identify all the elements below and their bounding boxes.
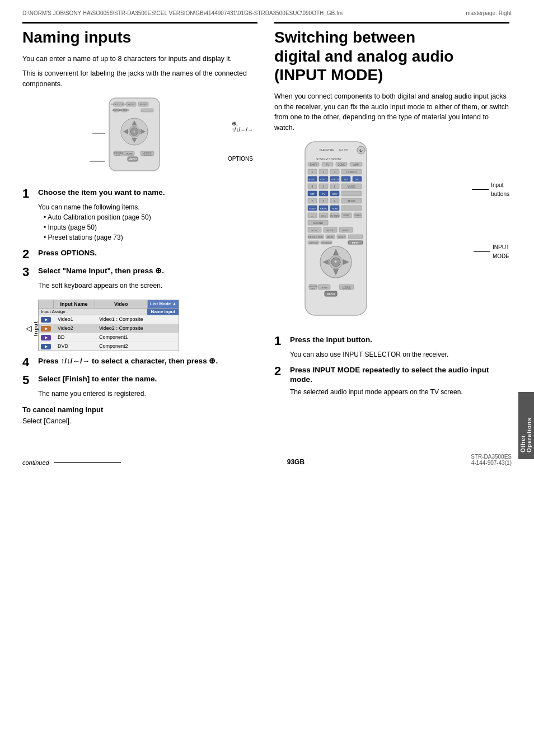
step-4: 4 Press ↑/↓/←/→ to select a character, t… bbox=[22, 356, 257, 368]
right-column: Switching between digital and analog aud… bbox=[274, 22, 509, 431]
right-step-1-number: 1 bbox=[274, 335, 285, 347]
input-indicator: ◁ Input bbox=[26, 321, 39, 336]
svg-text:2: 2 bbox=[323, 170, 325, 174]
svg-text:MULTI: MULTI bbox=[348, 200, 355, 203]
screen-video-3: Component1 bbox=[95, 333, 147, 342]
step-1-number: 1 bbox=[22, 188, 34, 200]
svg-text:SLEEP: SLEEP bbox=[338, 236, 345, 239]
svg-text:MUSIC: MUSIC bbox=[343, 229, 350, 232]
page-number: 93GB bbox=[287, 458, 305, 466]
step-1-bullets: Auto Calibration position (page 50) Inpu… bbox=[38, 212, 257, 242]
cancel-sub-heading: To cancel naming input bbox=[22, 405, 257, 414]
svg-text:RADIO: RADIO bbox=[320, 207, 327, 210]
side-tab: Other Operations bbox=[518, 392, 534, 459]
svg-rect-75 bbox=[341, 191, 362, 196]
step-4-header: 4 Press ↑/↓/←/→ to select a character, t… bbox=[22, 356, 257, 368]
svg-text:MUSIC: MUSIC bbox=[348, 185, 356, 188]
svg-text:TV: TV bbox=[326, 164, 329, 166]
svg-text:8: 8 bbox=[323, 199, 325, 203]
svg-text:GUI MODE: GUI MODE bbox=[321, 242, 331, 244]
svg-text:+HOME: +HOME bbox=[125, 152, 133, 155]
svg-text:3: 3 bbox=[334, 170, 336, 174]
svg-text:0/10: 0/10 bbox=[321, 214, 326, 217]
cancel-text: Select [Cancel]. bbox=[22, 416, 257, 427]
right-section-title: Switching between digital and analog aud… bbox=[274, 22, 509, 85]
screen-row-1: ▶ Video1 Video1 : Composite bbox=[39, 315, 179, 324]
svg-text:+HOME: +HOME bbox=[321, 287, 328, 289]
svg-text:6: 6 bbox=[334, 185, 336, 188]
annotation-circle-plus: ⊕, ↑/↓/←/→ bbox=[232, 120, 253, 133]
screen-name-2: Video2 bbox=[53, 324, 95, 333]
screen-video-4: Component2 bbox=[95, 342, 147, 351]
screen-icon-2: ▶ bbox=[39, 324, 54, 333]
step-2-number: 2 bbox=[22, 248, 34, 260]
screen-empty-2 bbox=[147, 324, 179, 333]
svg-text:+DISPLAY: +DISPLAY bbox=[309, 242, 318, 244]
svg-text:SHIFT: SHIFT bbox=[310, 164, 317, 166]
svg-text:INPUT: INPUT bbox=[352, 241, 359, 244]
annotation-options: OPTIONS bbox=[228, 156, 253, 162]
right-step-1: 1 Press the input button. You can also u… bbox=[274, 335, 509, 360]
right-step-2-body: The selected audio input mode appears on… bbox=[290, 387, 509, 397]
step-3-body: The soft keyboard appears on the screen. bbox=[38, 281, 257, 291]
svg-text:1: 1 bbox=[312, 170, 313, 174]
svg-text:ENTMEM: ENTMEM bbox=[330, 214, 339, 217]
footer: continued 93GB STR-DA3500ES 4-144-907-43… bbox=[0, 442, 534, 477]
svg-text:GUI MODE: GUI MODE bbox=[119, 109, 129, 111]
screen-row-3: ▶ BD Component1 bbox=[39, 333, 179, 342]
svg-text:AV I/O: AV I/O bbox=[339, 148, 349, 152]
remote-left-svg: RESOLUTION MODE SLEEP +DISPLAY GUI MODE bbox=[92, 95, 188, 182]
svg-text:MENU: MENU bbox=[129, 157, 137, 161]
svg-text:BD: BD bbox=[344, 178, 348, 181]
screen-icon-3: ▶ bbox=[39, 333, 54, 342]
screen-name-3: BD bbox=[53, 333, 95, 342]
svg-rect-90 bbox=[341, 206, 362, 211]
screen-video-2: Video2 : Composite bbox=[95, 324, 147, 333]
svg-text:MDV: MDV bbox=[332, 193, 338, 195]
step-1-body: You can name the following items. Auto C… bbox=[38, 202, 257, 242]
svg-text:4: 4 bbox=[312, 185, 313, 188]
screen-col-empty bbox=[39, 300, 54, 308]
header-left: D:\NORM'S JOB\SONY HA\SO0056\STR-DA3500E… bbox=[22, 10, 343, 16]
step-2-header: 2 Press OPTIONS. bbox=[22, 248, 257, 260]
model-name: STR-DA3500ES bbox=[471, 454, 512, 460]
right-step-1-title: Press the input button. bbox=[290, 335, 372, 345]
step-3: 3 Select "Name Input", then press ⊕. The… bbox=[22, 266, 257, 291]
screen-col-video: Video bbox=[95, 300, 147, 308]
part-number: 4-144-907-43(1) bbox=[471, 460, 512, 466]
screen-col-name: Input Name bbox=[53, 300, 95, 308]
left-intro-1: You can enter a name of up to 8 characte… bbox=[22, 54, 257, 64]
right-step-2-number: 2 bbox=[274, 365, 285, 377]
svg-text:EXIT: EXIT bbox=[311, 288, 316, 290]
screen-row-4: ▶ DVD Component2 bbox=[39, 342, 179, 351]
svg-text:RESOLUTION: RESOLUTION bbox=[111, 103, 126, 106]
svg-rect-115 bbox=[348, 235, 363, 239]
screen-name-input: Name Input bbox=[147, 308, 179, 315]
svg-text:EXIT: EXIT bbox=[116, 155, 121, 157]
svg-text:SYSTEM STANDBY: SYSTEM STANDBY bbox=[316, 157, 342, 161]
svg-text:⏻: ⏻ bbox=[359, 149, 363, 152]
screen-empty-1 bbox=[147, 315, 179, 324]
header-meta: D:\NORM'S JOB\SONY HA\SO0056\STR-DA3500E… bbox=[0, 0, 534, 22]
right-step-1-header: 1 Press the input button. bbox=[274, 335, 509, 347]
screen-empty-3 bbox=[147, 333, 179, 342]
main-columns: Naming inputs You can enter a name of up… bbox=[0, 22, 534, 431]
screen-empty-4 bbox=[147, 342, 179, 351]
step-5-body: The name you entered is registered. bbox=[38, 389, 257, 399]
continued-section: continued bbox=[22, 459, 121, 466]
svg-text:+: + bbox=[133, 129, 136, 134]
remote-left-container: RESOLUTION MODE SLEEP +DISPLAY GUI MODE bbox=[22, 95, 257, 182]
step-5-header: 5 Select [Finish] to enter the name. bbox=[22, 374, 257, 386]
left-column: Naming inputs You can enter a name of up… bbox=[22, 22, 257, 431]
step-5-number: 5 bbox=[22, 374, 34, 386]
svg-text:THEATRE: THEATRE bbox=[319, 148, 335, 152]
model-section: STR-DA3500ES 4-144-907-43(1) bbox=[471, 454, 512, 466]
right-step-1-body: You can also use INPUT SELECTOR on the r… bbox=[290, 349, 509, 360]
step-2-title: Press OPTIONS. bbox=[38, 248, 97, 258]
svg-text:7: 7 bbox=[312, 199, 313, 203]
screen-icon-1: ▶ bbox=[39, 315, 54, 324]
svg-text:MODE: MODE bbox=[128, 103, 134, 106]
page-container: D:\NORM'S JOB\SONY HA\SO0056\STR-DA3500E… bbox=[0, 0, 534, 756]
svg-text:AMP: AMP bbox=[353, 164, 359, 166]
step-4-number: 4 bbox=[22, 356, 34, 368]
